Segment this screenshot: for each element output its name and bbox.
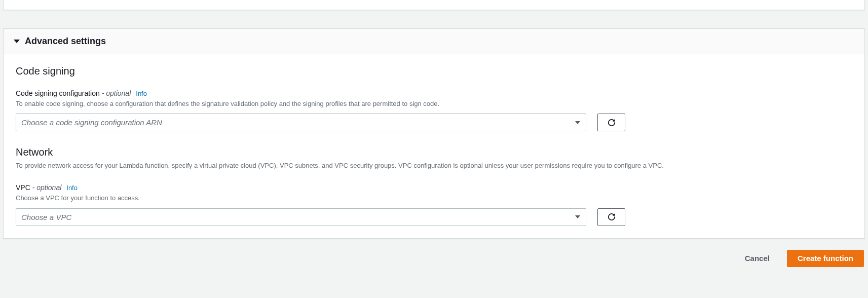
advanced-settings-header[interactable]: Advanced settings xyxy=(4,29,864,54)
vpc-label-row: VPC - optional Info xyxy=(16,183,852,192)
network-section: Network To provide network access for yo… xyxy=(16,146,852,226)
code-signing-refresh-button[interactable] xyxy=(597,114,625,131)
advanced-settings-body: Code signing Code signing configuration … xyxy=(4,54,864,238)
code-signing-label-row: Code signing configuration - optional In… xyxy=(16,89,852,97)
vpc-description: Choose a VPC for your function to access… xyxy=(16,194,852,203)
advanced-settings-panel: Advanced settings Code signing Code sign… xyxy=(3,28,865,239)
code-signing-optional: - optional xyxy=(102,89,131,97)
footer-actions: Cancel Create function xyxy=(0,239,868,278)
previous-panel-fragment xyxy=(3,0,865,10)
network-description: To provide network access for your Lambd… xyxy=(16,161,852,170)
code-signing-info-link[interactable]: Info xyxy=(136,90,147,97)
vpc-select-wrap[interactable] xyxy=(16,208,586,226)
refresh-icon xyxy=(607,212,616,221)
network-heading: Network xyxy=(16,146,852,158)
code-signing-control-row xyxy=(16,114,852,131)
vpc-select[interactable] xyxy=(16,208,586,226)
vpc-info-link[interactable]: Info xyxy=(66,184,78,192)
create-function-button[interactable]: Create function xyxy=(787,250,864,267)
vpc-optional: - optional xyxy=(32,183,62,192)
code-signing-select[interactable] xyxy=(16,114,586,131)
code-signing-heading: Code signing xyxy=(16,65,852,77)
vpc-label-text: VPC xyxy=(16,183,30,192)
code-signing-label: Code signing configuration - optional xyxy=(16,89,131,97)
cancel-button[interactable]: Cancel xyxy=(735,250,780,267)
code-signing-description: To enable code signing, choose a configu… xyxy=(16,99,852,108)
vpc-label: VPC - optional xyxy=(16,183,61,192)
refresh-icon xyxy=(607,118,616,127)
caret-down-icon xyxy=(14,40,20,43)
advanced-settings-title: Advanced settings xyxy=(25,36,106,47)
code-signing-section: Code signing Code signing configuration … xyxy=(16,65,852,131)
vpc-control-row xyxy=(16,208,852,226)
vpc-refresh-button[interactable] xyxy=(597,208,625,226)
code-signing-label-text: Code signing configuration xyxy=(16,89,100,97)
code-signing-select-wrap[interactable] xyxy=(16,114,586,131)
